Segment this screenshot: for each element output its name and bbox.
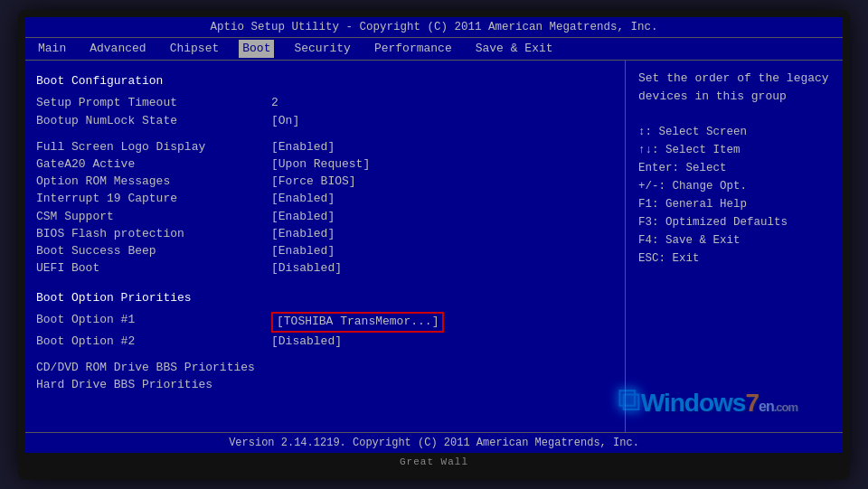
label-hdbbs[interactable]: Hard Drive BBS Priorities xyxy=(36,377,271,393)
label-boot1: Boot Option #1 xyxy=(36,312,271,332)
value-csm: [Enabled] xyxy=(271,209,335,225)
windows-watermark: ⧉ Windows7en.com xyxy=(618,380,797,425)
value-logo: [Enabled] xyxy=(271,139,335,155)
setting-row-int19: Interrupt 19 Capture [Enabled] xyxy=(36,191,614,207)
windows-text: Windows7en.com xyxy=(641,385,797,420)
menu-save-exit[interactable]: Save & Exit xyxy=(472,40,557,58)
label-prompt-timeout: Setup Prompt Timeout xyxy=(36,95,271,111)
label-biosflash: BIOS Flash protection xyxy=(36,226,271,242)
right-panel: Set the order of the legacy devices in t… xyxy=(626,61,843,432)
monitor: Aptio Setup Utility - Copyright (C) 2011… xyxy=(18,10,850,480)
windows-word: Windows xyxy=(641,389,746,417)
value-bootsound: [Enabled] xyxy=(271,243,335,259)
help-key-6: F4: Save & Exit xyxy=(638,231,830,249)
setting-row-hdbbs: Hard Drive BBS Priorities xyxy=(36,377,614,393)
bottom-text: Version 2.14.1219. Copyright (C) 2011 Am… xyxy=(229,437,639,449)
setting-row-logo: Full Screen Logo Display [Enabled] xyxy=(36,139,614,155)
label-cdbbs[interactable]: CD/DVD ROM Drive BBS Priorities xyxy=(36,360,271,376)
setting-row-csm: CSM Support [Enabled] xyxy=(36,209,614,225)
label-boot2: Boot Option #2 xyxy=(36,334,271,350)
help-key-1: ↑↓: Select Item xyxy=(638,141,830,159)
boot-config-header: Boot Configuration xyxy=(36,73,614,89)
windows-en: en xyxy=(759,399,774,414)
value-biosflash: [Enabled] xyxy=(271,226,335,242)
windows-com: .com xyxy=(774,400,797,414)
label-gatea20: GateA20 Active xyxy=(36,156,271,173)
help-key-2: Enter: Select xyxy=(638,159,830,177)
label-uefi: UEFI Boot xyxy=(36,260,271,277)
setting-row-uefi: UEFI Boot [Disabled] xyxy=(36,260,614,277)
setting-row-numlock: Bootup NumLock State [On] xyxy=(36,113,614,129)
setting-row-biosflash: BIOS Flash protection [Enabled] xyxy=(36,226,614,242)
value-optrom: [Force BIOS] xyxy=(271,174,356,190)
menu-chipset[interactable]: Chipset xyxy=(166,40,223,58)
menu-performance[interactable]: Performance xyxy=(371,40,456,58)
menu-advanced[interactable]: Advanced xyxy=(86,40,149,58)
value-boot1[interactable]: [TOSHIBA TransMemor...] xyxy=(271,312,444,332)
value-boot2: [Disabled] xyxy=(271,334,342,350)
label-numlock: Bootup NumLock State xyxy=(36,113,271,129)
setting-row-boot1: Boot Option #1 [TOSHIBA TransMemor...] xyxy=(36,312,614,332)
setting-row-bootsound: Boot Success Beep [Enabled] xyxy=(36,243,614,259)
main-content: Boot Configuration Setup Prompt Timeout … xyxy=(25,61,843,432)
title-bar: Aptio Setup Utility - Copyright (C) 2011… xyxy=(25,17,843,39)
setting-row-optrom: Option ROM Messages [Force BIOS] xyxy=(36,174,614,190)
monitor-brand: Great Wall xyxy=(400,456,468,467)
setting-row-gatea20: GateA20 Active [Upon Request] xyxy=(36,156,614,173)
label-csm: CSM Support xyxy=(36,209,271,225)
label-bootsound: Boot Success Beep xyxy=(36,243,271,259)
help-keys: ↕: Select Screen ↑↓: Select Item Enter: … xyxy=(638,123,830,268)
windows-logo-icon: ⧉ xyxy=(618,380,641,425)
boot-priorities-header: Boot Option Priorities xyxy=(36,290,614,306)
value-prompt-timeout: 2 xyxy=(271,95,278,111)
bios-screen: Aptio Setup Utility - Copyright (C) 2011… xyxy=(25,17,843,453)
help-key-3: +/-: Change Opt. xyxy=(638,177,830,195)
left-panel: Boot Configuration Setup Prompt Timeout … xyxy=(25,61,626,432)
menu-boot[interactable]: Boot xyxy=(239,40,274,58)
bottom-bar: Version 2.14.1219. Copyright (C) 2011 Am… xyxy=(25,432,843,453)
help-key-7: ESC: Exit xyxy=(638,249,830,268)
setting-row-prompt-timeout: Setup Prompt Timeout 2 xyxy=(36,95,614,111)
help-key-0: ↕: Select Screen xyxy=(638,123,830,141)
menu-security[interactable]: Security xyxy=(290,40,354,58)
value-int19: [Enabled] xyxy=(271,191,335,207)
value-numlock: [On] xyxy=(271,113,299,129)
setting-row-cdbbs: CD/DVD ROM Drive BBS Priorities xyxy=(36,360,614,376)
title-text: Aptio Setup Utility - Copyright (C) 2011… xyxy=(210,21,657,33)
label-logo: Full Screen Logo Display xyxy=(36,139,271,155)
setting-row-boot2: Boot Option #2 [Disabled] xyxy=(36,334,614,350)
value-uefi: [Disabled] xyxy=(271,260,342,277)
help-key-4: F1: General Help xyxy=(638,195,830,213)
menu-bar: Main Advanced Chipset Boot Security Perf… xyxy=(25,38,843,61)
windows-seven: 7 xyxy=(745,389,759,417)
help-key-5: F3: Optimized Defaults xyxy=(638,213,830,231)
label-int19: Interrupt 19 Capture xyxy=(36,191,271,207)
menu-main[interactable]: Main xyxy=(34,40,70,58)
label-optrom: Option ROM Messages xyxy=(36,174,271,190)
value-gatea20: [Upon Request] xyxy=(271,156,370,173)
help-text: Set the order of the legacy devices in t… xyxy=(638,70,830,105)
